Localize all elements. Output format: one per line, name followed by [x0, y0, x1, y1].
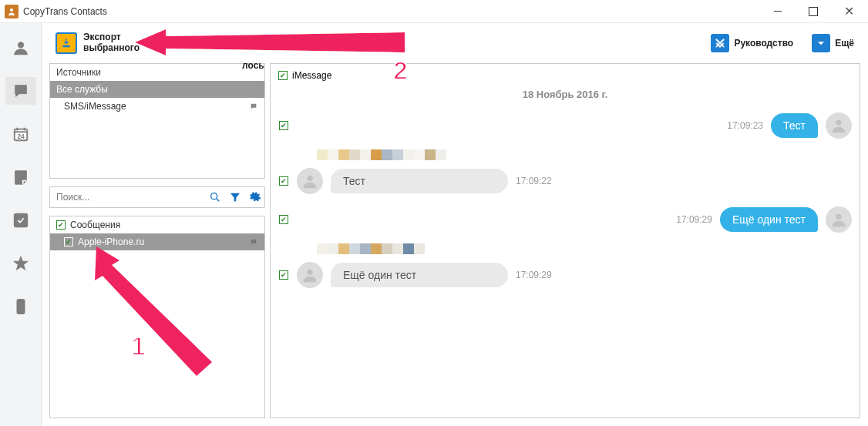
- search-bar: [49, 186, 265, 208]
- export-label: Экспорт выбранного: [83, 32, 140, 54]
- source-all-services[interactable]: Все службы: [50, 81, 264, 98]
- app-icon: [5, 5, 19, 18]
- sources-panel: Источники Все службы SMS/iMessage: [49, 63, 265, 179]
- chat-source-label: iMessage: [292, 70, 331, 81]
- gear-icon[interactable]: [246, 188, 264, 206]
- title-bar: CopyTrans Contacts ✕: [0, 0, 868, 23]
- message-row: Тест 17:09:22: [278, 168, 852, 194]
- chat-date: 18 Ноябрь 2016 г.: [278, 89, 852, 100]
- minimize-button[interactable]: [760, 0, 796, 23]
- message-checkbox[interactable]: [279, 121, 288, 130]
- message-checkbox[interactable]: [279, 176, 288, 186]
- message-time: 17:09:29: [516, 270, 552, 280]
- svg-point-1: [18, 42, 23, 48]
- app-title: CopyTrans Contacts: [23, 6, 107, 17]
- message-bubble-out: Ещё один тест: [720, 207, 818, 232]
- rail-notes[interactable]: [5, 163, 36, 191]
- category-checkbox[interactable]: [56, 220, 66, 230]
- source-sms-imessage[interactable]: SMS/iMessage: [50, 98, 264, 115]
- guide-button[interactable]: Руководство: [711, 34, 793, 52]
- more-button[interactable]: Ещё: [812, 34, 854, 52]
- svg-point-12: [307, 270, 312, 275]
- avatar-icon: [297, 262, 323, 288]
- svg-text:24: 24: [17, 133, 25, 140]
- blurred-strip: [317, 243, 852, 254]
- message-row: Ещё один тест 17:09:29: [278, 262, 852, 288]
- search-input[interactable]: [50, 189, 204, 206]
- search-icon[interactable]: [206, 188, 224, 206]
- chat-source-checkbox[interactable]: [278, 71, 288, 80]
- chevron-down-icon: [812, 34, 830, 52]
- rail-calendar[interactable]: 24: [5, 120, 36, 148]
- message-time: 17:09:29: [676, 214, 712, 225]
- close-button[interactable]: ✕: [831, 0, 866, 23]
- svg-point-9: [836, 120, 841, 126]
- svg-rect-7: [62, 45, 69, 48]
- message-row: 17:09:29 Ещё один тест: [278, 206, 852, 233]
- thread-row-selected[interactable]: Apple-iPhone.ru: [50, 233, 264, 250]
- avatar-icon: [297, 168, 323, 194]
- message-time: 17:09:23: [727, 120, 763, 131]
- chat-source-row: iMessage: [278, 69, 852, 86]
- maximize-button[interactable]: [796, 0, 831, 23]
- thread-name: Apple-iPhone.ru: [78, 236, 144, 247]
- more-label: Ещё: [835, 38, 854, 49]
- svg-point-11: [836, 214, 841, 220]
- message-row: 17:09:23 Тест: [278, 112, 852, 139]
- blurred-strip: [317, 149, 852, 160]
- filter-icon[interactable]: [226, 188, 244, 206]
- export-icon: [56, 32, 77, 54]
- chat-bubble-icon: [249, 102, 258, 110]
- chat-panel: iMessage 18 Ноябрь 2016 г. 17:09:23 Тест: [270, 63, 860, 418]
- message-bubble-in: Ещё один тест: [331, 263, 508, 287]
- message-time: 17:09:22: [516, 176, 552, 186]
- obscured-text-fragment: лось: [242, 60, 264, 71]
- top-toolbar: Экспорт выбранного лось Руководство Ещё: [42, 23, 868, 63]
- rail-messages[interactable]: [5, 77, 36, 105]
- rail-bookmarks[interactable]: [5, 250, 36, 277]
- thread-checkbox[interactable]: [64, 237, 73, 247]
- side-rail: 24: [0, 23, 42, 426]
- guide-icon: [711, 34, 729, 52]
- guide-label: Руководство: [734, 38, 793, 49]
- svg-point-0: [10, 8, 13, 12]
- rail-device[interactable]: [5, 293, 36, 320]
- message-bubble-out: Тест: [771, 113, 818, 138]
- message-bubble-in: Тест: [331, 169, 508, 193]
- threads-category[interactable]: Сообщения: [50, 216, 264, 233]
- message-checkbox[interactable]: [279, 270, 288, 280]
- sources-header: Источники: [50, 64, 264, 81]
- rail-tasks[interactable]: [5, 206, 36, 234]
- rail-contacts[interactable]: [5, 34, 36, 62]
- svg-point-8: [211, 193, 217, 200]
- svg-point-6: [20, 311, 22, 313]
- threads-panel: Сообщения Apple-iPhone.ru: [49, 216, 265, 418]
- export-selected-button[interactable]: Экспорт выбранного: [49, 29, 146, 57]
- chat-bubble-icon: [249, 238, 258, 246]
- svg-point-10: [307, 176, 312, 181]
- message-checkbox[interactable]: [279, 215, 288, 224]
- avatar-icon: [826, 112, 852, 139]
- category-label: Сообщения: [70, 220, 120, 230]
- avatar-icon: [826, 206, 852, 233]
